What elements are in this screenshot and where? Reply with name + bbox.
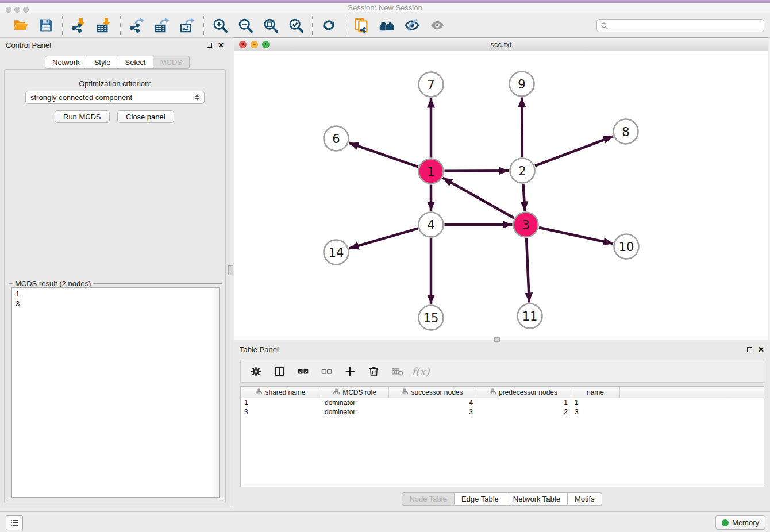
graph-edge-3-10[interactable] (539, 228, 613, 244)
table-cell[interactable]: dominator (321, 398, 389, 407)
network-window-titlebar[interactable]: ✕ − + scc.txt (234, 38, 768, 51)
add-column-icon[interactable] (343, 364, 357, 378)
zoom-out-icon[interactable] (236, 16, 255, 34)
search-input[interactable] (611, 22, 760, 30)
memory-label: Memory (732, 518, 759, 527)
table-row[interactable]: 1dominator411 (241, 398, 764, 407)
export-image-icon[interactable] (178, 16, 197, 34)
table-toolbar: f(x) (240, 360, 764, 383)
zoom-fit-icon[interactable] (261, 16, 280, 34)
graph-node-label: 11 (522, 310, 538, 323)
mcds-panel: Optimization criterion: strongly connect… (4, 69, 226, 503)
table-cell[interactable]: 1 (571, 398, 620, 407)
tab-motifs[interactable]: Motifs (568, 492, 602, 506)
control-panel-close-icon[interactable]: ✕ (218, 41, 224, 49)
graph-node-label: 8 (622, 125, 629, 139)
clone-network-icon[interactable] (352, 16, 371, 34)
graph-edge-2-3[interactable] (523, 184, 525, 211)
graph-node-1[interactable]: 1 (419, 159, 444, 184)
column-header-mcds-role[interactable]: MCDS role (321, 387, 389, 398)
graph-node-11[interactable]: 11 (518, 304, 542, 329)
result-item[interactable]: 3 (16, 299, 215, 309)
import-network-icon[interactable] (70, 16, 88, 34)
hide-eye-icon[interactable] (403, 16, 421, 34)
column-header-successor-nodes[interactable]: successor nodes (389, 387, 476, 398)
memory-button[interactable]: Memory (715, 515, 765, 530)
select-all-icon[interactable] (296, 364, 310, 378)
table-cell[interactable]: dominator (321, 407, 389, 417)
function-builder-icon: f(x) (414, 364, 428, 378)
home-icon[interactable] (378, 16, 396, 34)
table-cell[interactable]: 3 (389, 407, 476, 417)
result-scrollbar[interactable] (214, 288, 219, 497)
vertical-splitter-handle[interactable] (228, 265, 233, 275)
tab-select[interactable]: Select (118, 56, 153, 69)
run-mcds-button[interactable]: Run MCDS (55, 110, 110, 123)
export-table-icon[interactable] (153, 16, 171, 34)
table-cell[interactable]: 3 (241, 407, 321, 417)
tab-node-table[interactable]: Node Table (402, 492, 455, 506)
close-panel-button[interactable]: Close panel (117, 110, 174, 123)
network-canvas[interactable]: 7968124314101511 (234, 51, 768, 340)
tab-edge-table[interactable]: Edge Table (455, 492, 506, 506)
criterion-select[interactable]: strongly connected component (25, 91, 205, 104)
column-header-name[interactable]: name (571, 387, 620, 398)
graph-node-2[interactable]: 2 (510, 159, 535, 183)
task-history-button[interactable] (6, 515, 23, 530)
graph-node-15[interactable]: 15 (419, 306, 444, 330)
deselect-all-icon[interactable] (319, 364, 333, 378)
save-session-icon[interactable] (37, 16, 55, 34)
graph-edge-1-6[interactable] (349, 143, 418, 167)
tab-style[interactable]: Style (87, 56, 118, 69)
table-cell[interactable]: 4 (389, 398, 476, 407)
graph-edge-2-8[interactable] (535, 136, 613, 165)
table-cell[interactable]: 2 (476, 407, 571, 417)
graph-node-7[interactable]: 7 (419, 72, 444, 97)
tab-network-table[interactable]: Network Table (506, 492, 568, 506)
window-title: Session: New Session (0, 3, 770, 12)
result-item[interactable]: 1 (16, 289, 215, 299)
table-panel-close-icon[interactable]: ✕ (758, 346, 764, 353)
graph-node-8[interactable]: 8 (614, 119, 638, 144)
table-row[interactable]: 3dominator323 (241, 407, 764, 417)
table-panel-float-icon[interactable] (747, 347, 752, 352)
search-icon (600, 22, 609, 30)
table-header-row: shared nameMCDS rolesuccessor nodesprede… (241, 387, 764, 398)
graph-edge-1-2[interactable] (444, 171, 509, 171)
import-table-icon[interactable] (95, 16, 113, 34)
graph-edge-3-11[interactable] (526, 238, 529, 302)
graph-edge-4-14[interactable] (349, 229, 418, 249)
table-cell[interactable]: 1 (476, 398, 571, 407)
export-network-icon[interactable] (128, 16, 146, 34)
horizontal-splitter-handle[interactable] (494, 337, 500, 342)
show-eye-icon[interactable] (428, 16, 446, 34)
graph-node-label: 2 (518, 164, 526, 178)
refresh-icon[interactable] (319, 16, 338, 34)
open-session-icon[interactable] (11, 16, 30, 34)
tab-mcds[interactable]: MCDS (153, 56, 190, 69)
graph-node-3[interactable]: 3 (514, 213, 538, 237)
search-box[interactable] (596, 19, 764, 32)
column-header-shared-name[interactable]: shared name (241, 387, 321, 398)
graph-edge-2-9[interactable] (522, 97, 522, 157)
table-panel: Table Panel ✕ f(x) shared nameMCDS roles… (234, 342, 770, 511)
graph-node-4[interactable]: 4 (419, 213, 444, 237)
graph-node-label: 1 (427, 165, 434, 179)
mcds-result-list[interactable]: 13 (11, 287, 220, 498)
control-panel-title: Control Panel (6, 41, 51, 49)
delete-column-icon[interactable] (367, 364, 380, 378)
gear-icon[interactable] (249, 364, 263, 378)
graph-node-9[interactable]: 9 (510, 72, 534, 97)
split-view-icon[interactable] (272, 364, 286, 378)
zoom-in-icon[interactable] (211, 16, 229, 34)
graph-node-6[interactable]: 6 (324, 126, 349, 151)
zoom-selected-icon[interactable] (287, 16, 305, 34)
graph-node-14[interactable]: 14 (324, 240, 349, 265)
control-panel-float-icon[interactable] (207, 43, 212, 48)
column-header-predecessor-nodes[interactable]: predecessor nodes (476, 387, 571, 398)
graph-edge-3-1[interactable] (442, 178, 514, 218)
table-cell[interactable]: 1 (241, 398, 321, 407)
tab-network[interactable]: Network (45, 56, 87, 69)
table-cell[interactable]: 3 (571, 407, 620, 417)
graph-node-10[interactable]: 10 (614, 234, 639, 259)
